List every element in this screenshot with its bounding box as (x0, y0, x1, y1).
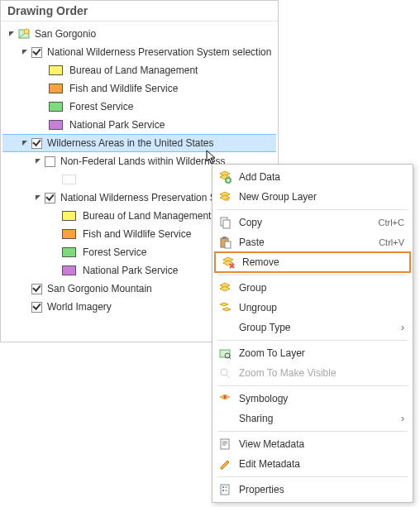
tree-label: Fish and Wildlife Service (68, 83, 178, 94)
tree-label: World Imagery (45, 301, 112, 313)
expand-arrow-icon[interactable] (21, 48, 30, 57)
menu-add-data[interactable]: Add Data (212, 167, 413, 187)
menu-properties[interactable]: Properties (212, 480, 413, 500)
svg-rect-6 (222, 237, 227, 239)
svg-rect-13 (221, 485, 229, 495)
tree-item-symbol[interactable]: National Park Service (2, 116, 276, 134)
menu-separator (217, 209, 408, 210)
menu-separator (217, 340, 408, 341)
expand-arrow-icon[interactable] (7, 30, 17, 39)
zoom-layer-icon (217, 346, 232, 361)
copy-icon (217, 215, 232, 230)
expand-arrow-icon[interactable] (21, 139, 30, 148)
tree-item-symbol[interactable]: Fish and Wildlife Service (2, 79, 276, 98)
menu-separator (217, 476, 408, 477)
legend-swatch (49, 120, 63, 130)
shortcut-label: Ctrl+C (379, 218, 404, 227)
tree-label: San Gorgonio Mountain (45, 283, 152, 294)
remove-icon (221, 255, 236, 270)
menu-ungroup[interactable]: Ungroup (212, 298, 413, 318)
svg-rect-7 (225, 242, 231, 248)
menu-separator (217, 385, 408, 386)
tree-item-map[interactable]: San Gorgonio (2, 25, 276, 43)
svg-point-11 (223, 395, 227, 399)
visibility-checkbox[interactable] (31, 302, 42, 313)
tree-label: National Park Service (81, 265, 178, 276)
menu-group[interactable]: Group (212, 278, 413, 298)
legend-swatch (62, 211, 76, 221)
menu-separator (217, 431, 408, 432)
group-icon (217, 280, 232, 295)
tree-item-symbol[interactable]: Bureau of Land Management (2, 61, 276, 79)
tree-label: Forest Service (68, 101, 133, 112)
legend-swatch (62, 265, 76, 275)
tree-label: Bureau of Land Management (68, 65, 198, 76)
zoom-visible-icon (217, 366, 232, 380)
legend-swatch (62, 175, 76, 184)
paste-icon (217, 235, 232, 250)
svg-point-10 (221, 369, 227, 375)
visibility-checkbox[interactable] (31, 284, 42, 294)
add-data-icon (217, 170, 232, 184)
menu-paste[interactable]: Paste Ctrl+V (212, 232, 413, 252)
legend-swatch (49, 102, 63, 112)
ungroup-icon (217, 300, 232, 315)
menu-separator (217, 275, 408, 275)
svg-rect-4 (223, 220, 230, 228)
tree-label: National Wilderness Preservation Syste (59, 192, 235, 203)
svg-point-1 (24, 29, 29, 34)
tree-label: National Wilderness Preservation System … (45, 46, 271, 58)
visibility-checkbox[interactable] (31, 138, 42, 149)
legend-swatch (62, 247, 76, 257)
visibility-checkbox[interactable] (45, 193, 55, 203)
tree-item-symbol[interactable]: Forest Service (2, 98, 276, 116)
visibility-checkbox[interactable] (45, 156, 55, 167)
menu-remove[interactable]: Remove (214, 251, 411, 273)
legend-swatch (49, 65, 63, 75)
symbology-icon (217, 391, 232, 406)
legend-swatch (49, 84, 63, 93)
new-group-icon (217, 189, 232, 204)
tree-item-group-selected[interactable]: Wilderness Areas in the United States (2, 134, 276, 152)
chevron-right-icon: › (401, 322, 404, 333)
menu-copy[interactable]: Copy Ctrl+C (212, 213, 413, 232)
tree-label: Bureau of Land Management (81, 210, 211, 222)
svg-rect-14 (222, 486, 224, 488)
tree-label: Fish and Wildlife Service (81, 228, 191, 240)
expand-arrow-icon[interactable] (34, 194, 43, 203)
edit-metadata-icon (217, 457, 232, 471)
menu-zoom-to-layer[interactable]: Zoom To Layer (212, 343, 413, 363)
panel-title: Drawing Order (1, 1, 278, 22)
menu-view-metadata[interactable]: View Metadata (212, 434, 413, 454)
expand-arrow-icon[interactable] (34, 157, 43, 166)
chevron-right-icon: › (401, 413, 404, 424)
svg-rect-12 (221, 439, 229, 449)
menu-sharing[interactable]: Sharing › (212, 409, 413, 428)
properties-icon (217, 482, 232, 497)
shortcut-label: Ctrl+V (379, 237, 404, 247)
context-menu: Add Data New Group Layer Copy Ctrl+C Pas… (212, 164, 413, 503)
menu-group-type[interactable]: Group Type › (212, 318, 413, 337)
view-metadata-icon (217, 437, 232, 452)
legend-swatch (62, 229, 76, 239)
tree-label: Wilderness Areas in the United States (45, 137, 213, 149)
svg-rect-15 (222, 490, 224, 491)
menu-edit-metadata[interactable]: Edit Metadata (212, 454, 413, 474)
tree-label: Non-Federal Lands within Wilderness (59, 155, 225, 167)
tree-item-group[interactable]: National Wilderness Preservation System … (2, 43, 276, 61)
tree-label: Forest Service (81, 246, 146, 258)
menu-new-group-layer[interactable]: New Group Layer (212, 187, 413, 207)
tree-label: San Gorgonio (33, 28, 96, 40)
menu-symbology[interactable]: Symbology (212, 389, 413, 409)
tree-label: National Park Service (68, 119, 165, 131)
map-icon (18, 28, 30, 40)
visibility-checkbox[interactable] (31, 47, 42, 58)
menu-zoom-make-visible: Zoom To Make Visible (212, 363, 413, 383)
